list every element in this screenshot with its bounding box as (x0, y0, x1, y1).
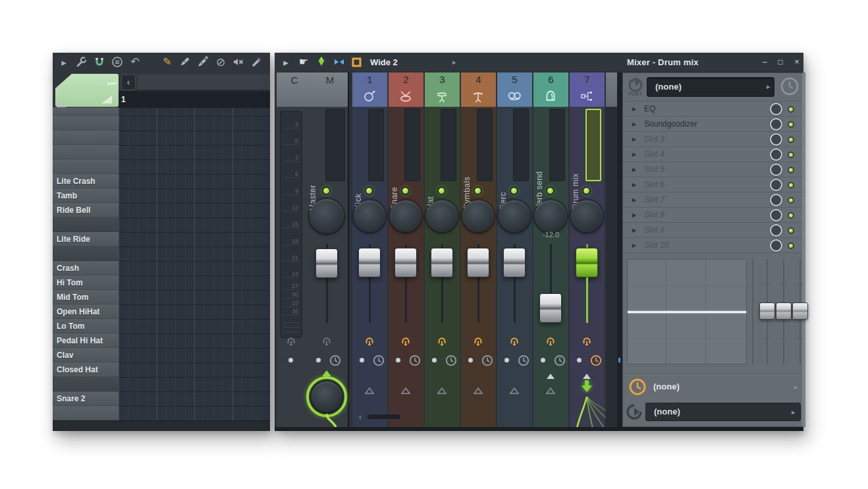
eq-fader-cap[interactable] (759, 302, 775, 320)
latency-clock-icon[interactable] (554, 355, 566, 366)
plugin-lamp-icon[interactable] (473, 336, 483, 348)
send-up-triangle-icon[interactable] (545, 372, 556, 380)
slot-expand-arrow-icon[interactable]: ▶ (632, 136, 637, 142)
paint-brush-icon[interactable] (179, 56, 191, 68)
key-row-lo-tom[interactable]: Lo Tom (53, 319, 119, 333)
master-strip-label[interactable]: M (312, 72, 348, 107)
eq-fader-cap[interactable] (792, 302, 808, 320)
menu-icon[interactable] (111, 56, 123, 68)
key-row-clav[interactable]: Clav (53, 348, 119, 362)
mixer-track-verb-send[interactable]: 6Verb send-12.0 (533, 72, 568, 427)
mixer-track-hat[interactable]: 3Hat (425, 72, 460, 427)
slot-enable-led[interactable] (788, 243, 794, 249)
key-row-empty[interactable] (53, 145, 119, 159)
key-row-crash[interactable]: Crash (53, 261, 119, 275)
slot-mix-knob[interactable] (770, 133, 782, 146)
channel-name[interactable]: Snare (390, 112, 399, 210)
slot-mix-knob[interactable] (770, 209, 782, 221)
latency-clock-icon[interactable] (518, 355, 529, 366)
channel-enable-led[interactable] (401, 187, 410, 195)
slice-icon[interactable] (250, 56, 262, 68)
record-dot[interactable] (396, 358, 400, 362)
mixer-track-drum-mix[interactable]: 7Drum mix (570, 72, 605, 427)
output-routing-icon[interactable] (626, 403, 645, 421)
slot-expand-arrow-icon[interactable]: ▶ (632, 212, 637, 218)
slot-mix-knob[interactable] (770, 148, 782, 161)
key-row-empty[interactable] (53, 159, 119, 174)
key-row-open-hihat[interactable]: Open HiHat (53, 304, 119, 319)
send-up-triangle-icon[interactable] (582, 372, 592, 380)
input-latency-clock-icon[interactable] (780, 76, 800, 96)
slot-label[interactable]: Slot 10 (644, 241, 668, 250)
master-send-arrow[interactable] (322, 370, 331, 376)
select-icon[interactable]: ❲ (268, 55, 270, 69)
mixer-track-snare[interactable]: 2Snare (389, 72, 423, 427)
channel-name[interactable]: Drum mix (571, 112, 580, 210)
slot-expand-arrow-icon[interactable]: ▶ (632, 243, 637, 248)
key-row-empty[interactable] (53, 406, 119, 420)
slot-label[interactable]: Slot 4 (644, 150, 665, 159)
latency-clock-icon[interactable] (409, 355, 421, 366)
master-strip-name[interactable]: Master (308, 112, 317, 211)
channel-pan-knob[interactable] (426, 200, 458, 232)
partial-next-strip[interactable] (606, 72, 617, 427)
channel-header[interactable]: 4 (461, 72, 496, 107)
latency-clock-icon[interactable] (373, 355, 385, 366)
slot-enable-led[interactable] (788, 227, 794, 234)
slot-enable-led[interactable] (788, 167, 794, 173)
channel-name[interactable]: Cymbals (462, 112, 472, 210)
key-row-hi-tom[interactable]: Hi Tom (53, 275, 119, 290)
piano-roll-grid[interactable] (119, 107, 270, 420)
slot-expand-arrow-icon[interactable]: ▶ (632, 197, 637, 203)
channel-pan-knob[interactable] (390, 200, 421, 232)
channel-header[interactable]: 7 (570, 72, 605, 107)
maximize-button[interactable]: □ (774, 57, 786, 67)
send-to-arrow-icon[interactable] (437, 386, 447, 394)
slot-label[interactable]: Slot 6 (644, 180, 665, 189)
post-gain-icon[interactable] (626, 76, 645, 93)
channel-name[interactable]: Kick (354, 112, 363, 210)
channel-pan-knob[interactable] (499, 200, 530, 232)
input-dropdown-arrow-icon[interactable]: ▸ (767, 82, 771, 91)
channel-pan-knob[interactable] (462, 200, 494, 232)
timeline-ruler[interactable]: 1 (119, 91, 270, 107)
send-to-arrow-icon[interactable] (509, 386, 520, 394)
record-dot[interactable] (360, 358, 364, 362)
layout-icon[interactable] (351, 56, 363, 68)
channel-name[interactable]: Hat (426, 112, 435, 210)
slot-label[interactable]: Slot 7 (644, 195, 665, 204)
pencil-icon[interactable]: ✎ (161, 55, 173, 69)
key-row-empty[interactable] (53, 130, 119, 145)
record-dot[interactable] (432, 358, 437, 362)
channel-name[interactable]: Perc (499, 112, 508, 210)
slot-label[interactable]: EQ (644, 104, 655, 113)
slot-expand-arrow-icon[interactable]: ▶ (632, 152, 637, 158)
channel-pan-knob[interactable] (354, 200, 385, 232)
mute-icon[interactable] (232, 56, 244, 68)
effect-slot-slot-6[interactable]: ▶Slot 6 (623, 177, 802, 192)
current-record-dot[interactable] (288, 358, 293, 362)
latency-clock-icon[interactable] (481, 355, 493, 366)
snap-magnet-icon[interactable] (94, 56, 105, 68)
key-row-empty[interactable] (53, 217, 119, 232)
slot-enable-led[interactable] (788, 152, 794, 158)
undo-icon[interactable]: ↶ (129, 55, 141, 69)
mixer-track-cymbals[interactable]: 4Cymbals (461, 72, 496, 427)
key-row-empty[interactable] (53, 116, 119, 130)
route-out-arrow-icon[interactable] (580, 380, 593, 393)
mixer-scroll-left-arrow[interactable]: ‹ (359, 413, 362, 422)
slot-mix-knob[interactable] (770, 163, 782, 176)
slot-enable-led[interactable] (788, 182, 794, 188)
channel-header[interactable]: 5 (497, 72, 532, 107)
eq-fader-cap[interactable] (776, 302, 792, 320)
master-fader[interactable] (315, 248, 338, 278)
send-to-arrow-icon[interactable] (364, 386, 375, 394)
latency-clock-icon[interactable] (590, 355, 602, 366)
view-next-arrow-icon[interactable]: ▸ (448, 55, 460, 69)
slot-enable-led[interactable] (788, 136, 794, 143)
slot-expand-arrow-icon[interactable]: ▶ (632, 227, 637, 233)
collapse-icon[interactable] (333, 56, 345, 68)
slot-enable-led[interactable] (788, 106, 794, 113)
slot-label[interactable]: Soundgoodizer (644, 119, 697, 129)
slot-expand-arrow-icon[interactable]: ▶ (632, 121, 637, 127)
